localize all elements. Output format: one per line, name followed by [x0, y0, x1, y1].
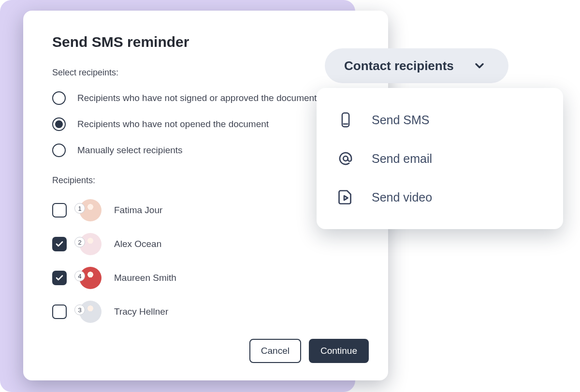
svg-point-2: [343, 156, 348, 161]
radio-label: Manually select recipients: [77, 145, 183, 156]
avatar: 4: [79, 267, 102, 289]
order-badge: 1: [74, 203, 85, 214]
avatar: 3: [79, 301, 102, 323]
radio-icon[interactable]: [52, 91, 66, 105]
recipient-checkbox[interactable]: [52, 271, 67, 285]
recipient-checkbox[interactable]: [52, 203, 67, 218]
continue-button[interactable]: Continue: [309, 339, 369, 363]
recipient-row: 1Fatima Jour: [52, 199, 359, 221]
radio-option-2[interactable]: Manually select recipients: [52, 144, 359, 157]
modal-title: Send SMS reminder: [52, 34, 359, 50]
menu-item-label: Send video: [372, 190, 432, 204]
phone-icon: [336, 110, 355, 130]
select-recipients-label: Select recipeints:: [52, 68, 359, 78]
recipient-name: Alex Ocean: [114, 239, 161, 249]
recipient-row: 4Maureen Smith: [52, 267, 359, 289]
radio-icon[interactable]: [52, 117, 66, 131]
contact-recipients-menu: Send SMSSend emailSend video: [317, 88, 563, 229]
at-icon: [336, 149, 355, 168]
svg-rect-0: [342, 113, 349, 127]
recipient-checkbox[interactable]: [52, 237, 67, 251]
radio-option-0[interactable]: Recipients who have not signed or approv…: [52, 91, 359, 105]
video-icon: [336, 188, 355, 207]
menu-item-label: Send email: [372, 152, 432, 166]
recipient-name: Fatima Jour: [114, 205, 162, 216]
dropdown-label: Contact recipients: [344, 58, 454, 73]
radio-label: Recipients who have not signed or approv…: [77, 93, 317, 103]
order-badge: 3: [74, 305, 85, 315]
avatar: 2: [79, 233, 102, 255]
recipient-name: Maureen Smith: [114, 273, 176, 283]
menu-item-at[interactable]: Send email: [333, 139, 547, 178]
order-badge: 2: [74, 237, 85, 247]
recipient-name: Tracy Hellner: [114, 306, 168, 317]
recipient-row: 2Alex Ocean: [52, 233, 359, 255]
svg-marker-3: [344, 196, 348, 200]
radio-option-1[interactable]: Recipients who have not opened the docum…: [52, 117, 359, 131]
chevron-down-icon: [470, 56, 489, 75]
contact-recipients-dropdown[interactable]: Contact recipients: [325, 48, 508, 83]
menu-item-phone[interactable]: Send SMS: [333, 101, 547, 139]
recipient-checkbox[interactable]: [52, 305, 67, 319]
menu-item-video[interactable]: Send video: [333, 178, 547, 217]
modal-button-row: Cancel Continue: [249, 339, 369, 363]
menu-item-label: Send SMS: [372, 113, 430, 127]
order-badge: 4: [74, 271, 85, 281]
avatar: 1: [79, 199, 102, 221]
cancel-button[interactable]: Cancel: [249, 339, 301, 363]
radio-icon[interactable]: [52, 144, 66, 157]
recipients-label: Recipients:: [52, 175, 359, 186]
recipient-row: 3Tracy Hellner: [52, 301, 359, 323]
radio-label: Recipients who have not opened the docum…: [77, 119, 269, 130]
